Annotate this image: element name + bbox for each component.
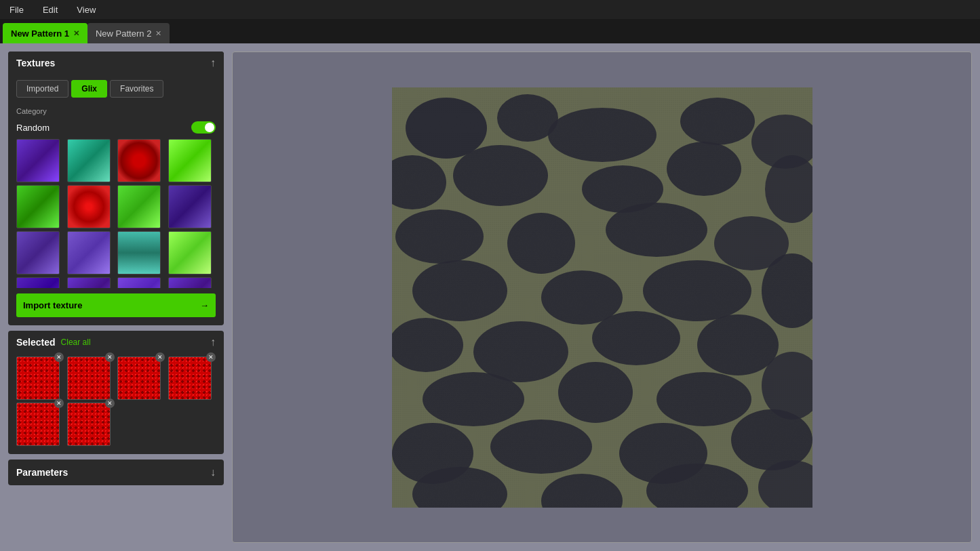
textures-panel-header: Textures ↑ xyxy=(8,52,224,75)
parameters-panel: Parameters ↓ xyxy=(8,460,224,485)
random-label: Random xyxy=(16,123,50,133)
selected-thumb-1[interactable] xyxy=(16,356,60,400)
random-toggle[interactable] xyxy=(191,121,216,134)
random-row: Random xyxy=(16,119,216,139)
canvas-preview xyxy=(392,87,812,508)
tabs-bar: New Pattern 1 ✕ New Pattern 2 ✕ xyxy=(0,19,980,43)
category-label: Category xyxy=(16,107,47,115)
svg-rect-36 xyxy=(392,87,812,508)
selected-item-2: ✕ xyxy=(67,356,111,400)
selected-item-4: ✕ xyxy=(168,356,212,400)
texture-thumb-6[interactable] xyxy=(67,185,111,228)
tab-new-pattern-2[interactable]: New Pattern 2 ✕ xyxy=(87,23,170,43)
selected-thumb-6[interactable] xyxy=(67,403,111,446)
textures-panel: Textures ↑ Imported Glix Favorites Categ… xyxy=(8,52,224,325)
textures-collapse-btn[interactable]: ↑ xyxy=(210,57,216,69)
selected-header-left: Selected Clear all xyxy=(16,337,91,348)
left-panel: Textures ↑ Imported Glix Favorites Categ… xyxy=(8,52,224,543)
menu-view[interactable]: View xyxy=(73,3,100,16)
selected-remove-5[interactable]: ✕ xyxy=(54,399,64,408)
selected-thumb-4[interactable] xyxy=(168,356,212,400)
texture-thumb-4[interactable] xyxy=(168,139,212,182)
selected-remove-3[interactable]: ✕ xyxy=(155,352,165,362)
tab-close-2[interactable]: ✕ xyxy=(155,29,161,38)
textures-panel-body: Imported Glix Favorites Category Random xyxy=(8,75,224,325)
selected-grid: ✕ ✕ ✕ ✕ ✕ xyxy=(8,354,224,454)
texture-thumb-9[interactable] xyxy=(16,231,60,274)
selected-thumb-5[interactable] xyxy=(16,403,60,446)
texture-thumb-13[interactable] xyxy=(16,277,60,288)
texture-thumb-1[interactable] xyxy=(16,139,60,182)
texture-thumb-2[interactable] xyxy=(67,139,111,182)
canvas-area xyxy=(232,52,972,543)
parameters-collapse-btn[interactable]: ↓ xyxy=(210,466,216,478)
toggle-knob xyxy=(205,123,214,132)
import-texture-button[interactable]: Import texture → xyxy=(16,293,216,317)
textures-title: Textures xyxy=(16,58,55,68)
texture-thumb-3[interactable] xyxy=(117,139,161,182)
menu-file[interactable]: File xyxy=(5,3,28,16)
selected-remove-1[interactable]: ✕ xyxy=(54,352,64,362)
selected-header: Selected Clear all ↑ xyxy=(8,331,224,354)
texture-thumb-15[interactable] xyxy=(117,277,161,288)
tab-btn-imported[interactable]: Imported xyxy=(16,80,68,98)
selected-item-6: ✕ xyxy=(67,403,111,446)
selected-panel: Selected Clear all ↑ ✕ ✕ ✕ xyxy=(8,331,224,454)
selected-item-3: ✕ xyxy=(117,356,161,400)
import-btn-arrow: → xyxy=(200,300,209,310)
selected-remove-6[interactable]: ✕ xyxy=(105,399,115,408)
selected-thumb-2[interactable] xyxy=(67,356,111,400)
texture-thumb-12[interactable] xyxy=(168,231,212,274)
texture-thumb-10[interactable] xyxy=(67,231,111,274)
selected-thumb-3[interactable] xyxy=(117,356,161,400)
parameters-header[interactable]: Parameters ↓ xyxy=(8,460,224,485)
selected-remove-2[interactable]: ✕ xyxy=(105,352,115,362)
texture-thumb-14[interactable] xyxy=(67,277,111,288)
tab-btn-glix[interactable]: Glix xyxy=(71,80,107,98)
menubar: File Edit View xyxy=(0,0,980,19)
texture-thumb-7[interactable] xyxy=(117,185,161,228)
tab-close-1[interactable]: ✕ xyxy=(73,29,79,38)
texture-thumb-8[interactable] xyxy=(168,185,212,228)
texture-tab-buttons: Imported Glix Favorites xyxy=(16,80,216,98)
tab-label-2: New Pattern 2 xyxy=(96,28,151,39)
selected-collapse-btn[interactable]: ↑ xyxy=(210,336,216,348)
camo-svg xyxy=(392,87,812,508)
import-btn-label: Import texture xyxy=(23,300,82,310)
parameters-title: Parameters xyxy=(16,467,68,478)
texture-thumb-5[interactable] xyxy=(16,185,60,228)
texture-thumb-11[interactable] xyxy=(117,231,161,274)
selected-item-1: ✕ xyxy=(16,356,60,400)
selected-item-5: ✕ xyxy=(16,403,60,446)
selected-title: Selected xyxy=(16,337,56,348)
selected-remove-4[interactable]: ✕ xyxy=(206,352,216,362)
clear-all-button[interactable]: Clear all xyxy=(61,338,91,347)
texture-thumb-16[interactable] xyxy=(168,277,212,288)
tab-new-pattern-1[interactable]: New Pattern 1 ✕ xyxy=(3,23,87,43)
tab-btn-favorites[interactable]: Favorites xyxy=(110,80,163,98)
tab-label-1: New Pattern 1 xyxy=(11,28,69,39)
texture-grid xyxy=(16,139,216,288)
menu-edit[interactable]: Edit xyxy=(39,3,62,16)
main-content: Textures ↑ Imported Glix Favorites Categ… xyxy=(0,43,980,551)
